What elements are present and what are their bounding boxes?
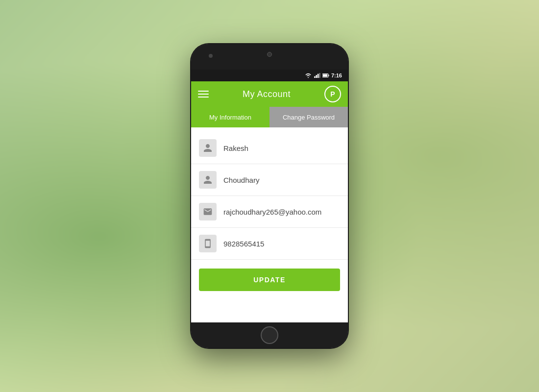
- phone-shell: 7:16 My Account P My Information Change …: [191, 44, 348, 348]
- bottom-bezel: [191, 322, 348, 348]
- email-icon: [199, 203, 217, 220]
- form-area: Rakesh Choudhary rajchoudhary265@y: [191, 127, 348, 322]
- svg-rect-5: [323, 74, 327, 77]
- phone-value: 9828565415: [223, 240, 340, 248]
- email-value: rajchoudhary265@yahoo.com: [223, 208, 340, 216]
- field-phone[interactable]: 9828565415: [191, 228, 348, 260]
- home-button[interactable]: [261, 326, 278, 344]
- svg-rect-0: [314, 76, 316, 78]
- top-bezel: [191, 44, 348, 70]
- status-bar: 7:16: [191, 70, 348, 81]
- app-screen: My Account P My Information Change Passw…: [191, 81, 348, 322]
- menu-button[interactable]: [198, 91, 209, 98]
- app-bar: My Account P: [191, 81, 348, 107]
- time-display: 7:16: [331, 73, 342, 78]
- svg-rect-3: [319, 73, 320, 78]
- signal-icon: [314, 73, 320, 78]
- status-icons: 7:16: [305, 73, 342, 78]
- tab-my-information[interactable]: My Information: [191, 107, 270, 127]
- tab-bar: My Information Change Password: [191, 107, 348, 127]
- phone-icon: [199, 235, 217, 252]
- field-firstname[interactable]: Rakesh: [191, 132, 348, 164]
- phone-camera: [267, 52, 272, 57]
- tab-change-password[interactable]: Change Password: [270, 107, 348, 127]
- wifi-icon: [305, 73, 312, 78]
- svg-rect-2: [318, 74, 319, 78]
- firstname-value: Rakesh: [223, 144, 340, 152]
- svg-rect-6: [328, 75, 329, 76]
- app-title: My Account: [243, 89, 291, 99]
- battery-icon: [322, 73, 329, 78]
- update-button[interactable]: UPDATE: [199, 269, 340, 291]
- svg-rect-1: [316, 75, 317, 78]
- field-lastname[interactable]: Choudhary: [191, 164, 348, 196]
- person-icon-2: [199, 171, 217, 189]
- phone-speaker: [209, 54, 213, 58]
- person-icon-1: [199, 139, 217, 157]
- field-email[interactable]: rajchoudhary265@yahoo.com: [191, 196, 348, 228]
- app-logo[interactable]: P: [324, 86, 341, 102]
- lastname-value: Choudhary: [223, 176, 340, 184]
